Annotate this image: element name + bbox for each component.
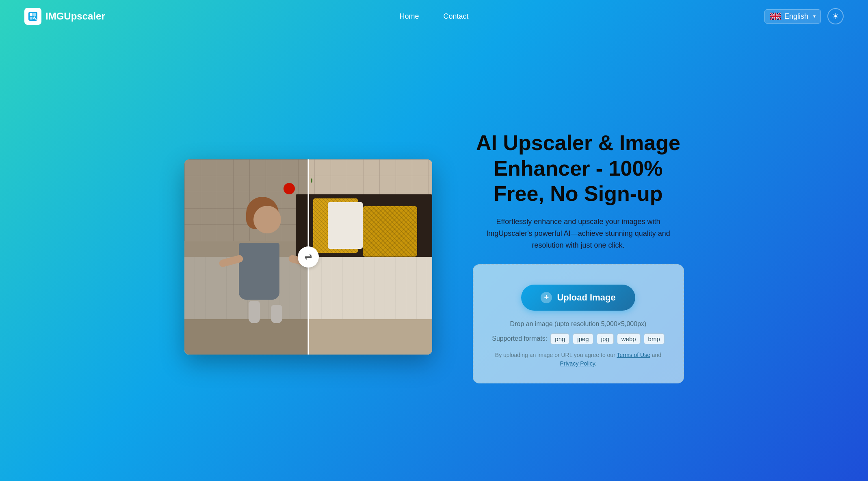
format-png: png <box>550 333 569 344</box>
upload-dropzone[interactable]: + Upload Image Drop an image (upto resol… <box>473 264 684 383</box>
drop-text: Drop an image (upto resolution 5,000×5,0… <box>490 320 667 328</box>
header-right: English ▾ ☀ <box>764 8 844 24</box>
terms-text: By uploading an image or URL you agree t… <box>490 351 667 368</box>
formats-row: Supported formats: png jpeg jpg webp bmp <box>490 333 667 344</box>
theme-toggle-button[interactable]: ☀ <box>827 8 844 24</box>
formats-label: Supported formats: <box>492 335 547 342</box>
logo-icon <box>24 8 41 25</box>
svg-rect-3 <box>30 17 32 20</box>
header: IMGUpscaler Home Contact English ▾ ☀ <box>0 0 868 33</box>
upload-button-label: Upload Image <box>557 292 615 303</box>
language-selector[interactable]: English ▾ <box>764 9 821 24</box>
hero-title: AI Upscaler & Image Enhancer - 100% Free… <box>473 130 684 206</box>
swap-icon: ⇌ <box>305 252 312 262</box>
right-panel: AI Upscaler & Image Enhancer - 100% Free… <box>473 130 684 383</box>
terms-of-use-link[interactable]: Terms of Use <box>617 352 650 358</box>
white-pillow <box>328 202 362 249</box>
sun-icon: ☀ <box>832 11 839 21</box>
nav-home[interactable]: Home <box>399 12 419 21</box>
terms-and: and <box>650 352 661 358</box>
language-label: English <box>784 12 808 21</box>
svg-rect-1 <box>30 13 32 16</box>
swap-button[interactable]: ⇌ <box>298 246 319 268</box>
terms-prefix: By uploading an image or URL you agree t… <box>495 352 617 358</box>
uk-flag-icon <box>770 13 781 20</box>
apple-stem <box>311 178 312 183</box>
main-nav: Home Contact <box>399 12 468 21</box>
format-webp: webp <box>617 333 641 344</box>
privacy-policy-link[interactable]: Privacy Policy <box>560 360 595 367</box>
main-content: ⇌ AI Upscaler & Image Enhancer - 100% Fr… <box>0 33 868 481</box>
svg-rect-2 <box>33 13 36 16</box>
terms-period: . <box>595 360 597 367</box>
format-jpeg: jpeg <box>573 333 593 344</box>
logo[interactable]: IMGUpscaler <box>24 8 105 25</box>
chevron-down-icon: ▾ <box>813 13 816 19</box>
plus-icon: + <box>541 292 552 303</box>
yellow-pillow-1 <box>363 206 417 257</box>
hero-subtitle: Effortlessly enhance and upscale your im… <box>473 216 684 251</box>
logo-text: IMGUpscaler <box>45 11 105 22</box>
nav-contact[interactable]: Contact <box>443 12 468 21</box>
format-bmp: bmp <box>644 333 665 344</box>
upload-image-button[interactable]: + Upload Image <box>521 285 635 311</box>
image-compare-widget: ⇌ <box>184 159 432 355</box>
apple <box>284 183 295 194</box>
format-jpg: jpg <box>597 333 614 344</box>
